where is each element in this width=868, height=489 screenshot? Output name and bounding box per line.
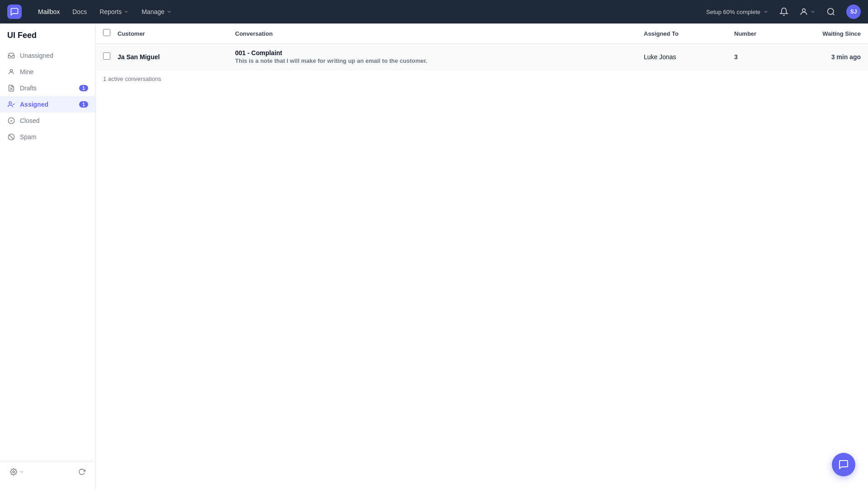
- svg-point-3: [10, 70, 12, 72]
- customer-name: Ja San Miguel: [118, 53, 235, 61]
- select-all-checkbox-col: [103, 29, 118, 38]
- assigned-cell: Luke Jonas: [644, 53, 734, 61]
- waiting-value: 3 min ago: [831, 53, 861, 61]
- sidebar-footer: [0, 461, 95, 482]
- svg-line-9: [9, 135, 13, 139]
- setup-chevron-icon: [763, 9, 769, 14]
- sidebar-title: UI Feed: [0, 31, 95, 47]
- notifications-button[interactable]: [776, 4, 792, 20]
- svg-point-0: [802, 9, 806, 12]
- sidebar-item-unassigned[interactable]: Unassigned: [0, 47, 95, 64]
- sidebar-item-drafts[interactable]: Drafts 1: [0, 80, 95, 96]
- file-icon: [7, 84, 15, 92]
- waiting-cell: 3 min ago: [788, 53, 861, 61]
- inbox-icon: [7, 52, 15, 60]
- number-cell: 3: [734, 53, 788, 61]
- sidebar-item-closed[interactable]: Closed: [0, 113, 95, 129]
- svg-point-6: [9, 102, 11, 104]
- nav-reports[interactable]: Reports: [94, 5, 134, 18]
- conversation-column-header: Conversation: [235, 30, 644, 37]
- search-button[interactable]: [823, 4, 839, 20]
- bell-icon: [779, 7, 788, 16]
- ban-icon: [7, 133, 15, 141]
- account-icon: [799, 7, 808, 16]
- waiting-column-header: Waiting Since: [788, 30, 861, 37]
- search-icon: [826, 7, 835, 16]
- drafts-badge: 1: [79, 85, 88, 91]
- conversation-cell: 001 - Complaint This is a note that I wi…: [235, 49, 644, 64]
- svg-line-2: [833, 14, 835, 15]
- customer-cell: Ja San Miguel: [118, 53, 235, 61]
- chat-fab-button[interactable]: [832, 453, 855, 476]
- customer-column-header: Customer: [118, 30, 235, 37]
- check-circle-icon: [7, 117, 15, 125]
- row-checkbox-col: [103, 52, 118, 61]
- row-checkbox[interactable]: [103, 52, 110, 60]
- nav-docs[interactable]: Docs: [67, 5, 92, 18]
- svg-point-10: [13, 471, 14, 473]
- top-navigation: Mailbox Docs Reports Manage Setup 60% co…: [0, 0, 868, 24]
- nav-manage[interactable]: Manage: [136, 5, 177, 18]
- assigned-name: Luke Jonas: [644, 53, 676, 61]
- active-conversations-count: 1 active conversations: [96, 70, 868, 88]
- conversation-title: 001 - Complaint: [235, 49, 644, 56]
- sidebar-nav: Unassigned Mine Drafts 1 Assigned: [0, 47, 95, 461]
- refresh-button[interactable]: [75, 466, 88, 477]
- assigned-column-header: Assigned To: [644, 30, 734, 37]
- user-avatar[interactable]: SJ: [846, 5, 861, 19]
- account-chevron-icon: [810, 9, 816, 14]
- chat-fab-icon: [838, 459, 849, 470]
- sidebar: UI Feed Unassigned Mine Drafts 1: [0, 24, 96, 489]
- refresh-icon: [78, 468, 85, 475]
- sidebar-item-mine[interactable]: Mine: [0, 64, 95, 80]
- person-check-icon: [7, 100, 15, 108]
- sidebar-item-assigned[interactable]: Assigned 1: [0, 96, 95, 113]
- nav-links: Mailbox Docs Reports Manage: [33, 5, 177, 18]
- user-icon: [7, 68, 15, 76]
- number-value: 3: [734, 53, 738, 61]
- select-all-checkbox[interactable]: [103, 29, 110, 36]
- table-header: Customer Conversation Assigned To Number…: [96, 24, 868, 44]
- settings-chevron-icon: [19, 469, 24, 475]
- nav-right: Setup 60% complete SJ: [706, 4, 861, 20]
- sidebar-item-spam[interactable]: Spam: [0, 129, 95, 145]
- main-layout: UI Feed Unassigned Mine Drafts 1: [0, 24, 868, 489]
- account-button[interactable]: [799, 4, 816, 20]
- setup-progress[interactable]: Setup 60% complete: [706, 9, 769, 15]
- reports-chevron-icon: [123, 9, 129, 14]
- logo[interactable]: [7, 5, 22, 19]
- svg-point-1: [828, 9, 834, 14]
- number-column-header: Number: [734, 30, 788, 37]
- nav-mailbox[interactable]: Mailbox: [33, 5, 65, 18]
- assigned-badge: 1: [79, 101, 88, 108]
- gear-icon: [10, 468, 17, 475]
- manage-chevron-icon: [166, 9, 172, 14]
- main-content: Customer Conversation Assigned To Number…: [96, 24, 868, 489]
- settings-button[interactable]: [7, 466, 27, 477]
- table-row[interactable]: Ja San Miguel 001 - Complaint This is a …: [96, 44, 868, 70]
- conversation-note: This is a note that I will make for writ…: [235, 57, 644, 64]
